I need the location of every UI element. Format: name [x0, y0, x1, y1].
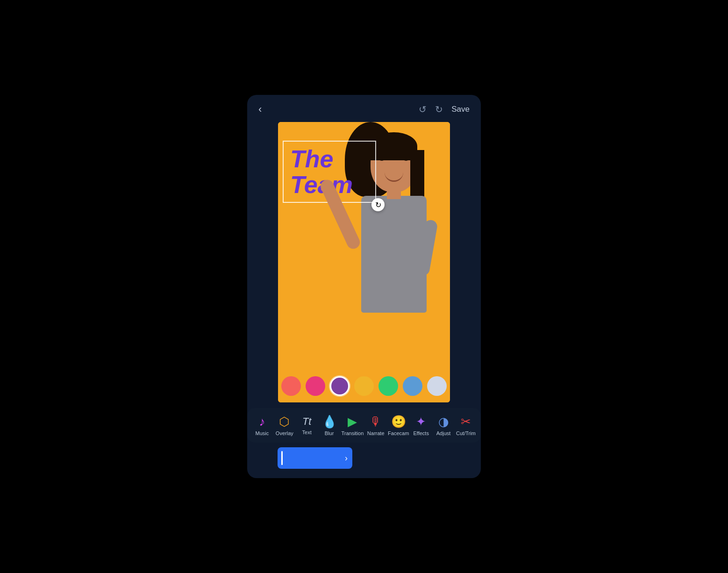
adjust-label: Adjust: [436, 430, 451, 436]
undo-icon[interactable]: ↺: [419, 104, 427, 115]
music-icon: ♪: [259, 415, 265, 428]
blur-label: Blur: [325, 430, 334, 436]
toolbar: ♪ Music ⬡ Overlay Tt Text 💧 Blur ▶ Trans…: [247, 408, 481, 443]
transition-icon: ▶: [348, 415, 357, 428]
music-label: Music: [256, 430, 269, 436]
effects-icon: ✦: [416, 415, 426, 428]
body: [361, 196, 427, 313]
top-actions: ↺ ↻ Save: [419, 104, 470, 115]
swatch-purple[interactable]: [330, 376, 350, 396]
tool-cuttrim[interactable]: ✂ Cut/Trim: [456, 415, 476, 436]
swatch-green[interactable]: [378, 376, 398, 396]
swatch-blue[interactable]: [403, 376, 422, 396]
cuttrim-icon: ✂: [461, 415, 471, 428]
swatch-coral[interactable]: [281, 376, 301, 396]
narrate-label: Narrate: [367, 430, 385, 436]
tool-text[interactable]: Tt Text: [297, 416, 317, 435]
cuttrim-label: Cut/Trim: [456, 430, 476, 436]
color-swatches: [278, 376, 450, 396]
text-line-1: The: [290, 146, 369, 172]
tool-narrate[interactable]: 🎙 Narrate: [365, 415, 386, 436]
smile: [385, 172, 403, 182]
timeline-clip[interactable]: ›: [278, 447, 352, 469]
timeline-arrow: ›: [345, 453, 348, 463]
app-container: ‹ ↺ ↻ Save: [247, 95, 481, 478]
canvas-image: The Team ↻: [278, 122, 450, 402]
back-button[interactable]: ‹: [258, 103, 262, 115]
timeline-area: ›: [278, 447, 450, 469]
canvas-wrapper: The Team ↻: [278, 122, 450, 402]
text-label: Text: [302, 430, 312, 435]
adjust-icon: ◑: [438, 415, 449, 428]
swatch-yellow[interactable]: [354, 376, 374, 396]
top-bar: ‹ ↺ ↻ Save: [247, 95, 481, 122]
facecam-icon: 🙂: [391, 415, 406, 428]
tool-effects[interactable]: ✦ Effects: [411, 415, 431, 436]
head: [371, 136, 417, 192]
tool-music[interactable]: ♪ Music: [252, 415, 272, 436]
tool-overlay[interactable]: ⬡ Overlay: [274, 415, 295, 436]
text-icon: Tt: [302, 416, 312, 427]
tool-adjust[interactable]: ◑ Adjust: [433, 415, 454, 436]
tool-facecam[interactable]: 🙂 Facecam: [388, 415, 409, 436]
swatch-pink[interactable]: [306, 376, 325, 396]
timeline-cursor: [281, 451, 283, 465]
save-button[interactable]: Save: [451, 105, 470, 114]
blur-icon: 💧: [322, 415, 337, 428]
neck: [387, 185, 401, 199]
redo-icon[interactable]: ↻: [435, 104, 443, 115]
tool-transition[interactable]: ▶ Transition: [341, 415, 364, 436]
narrate-icon: 🎙: [370, 415, 382, 428]
swatch-lightgray[interactable]: [427, 376, 447, 396]
rotate-handle[interactable]: ↻: [371, 198, 385, 211]
hair-top: [371, 132, 417, 160]
facecam-label: Facecam: [388, 430, 409, 436]
overlay-label: Overlay: [276, 430, 293, 436]
overlay-icon: ⬡: [279, 415, 290, 428]
face: [371, 136, 417, 192]
effects-label: Effects: [413, 430, 428, 436]
transition-label: Transition: [341, 430, 364, 436]
tool-blur[interactable]: 💧 Blur: [319, 415, 340, 436]
